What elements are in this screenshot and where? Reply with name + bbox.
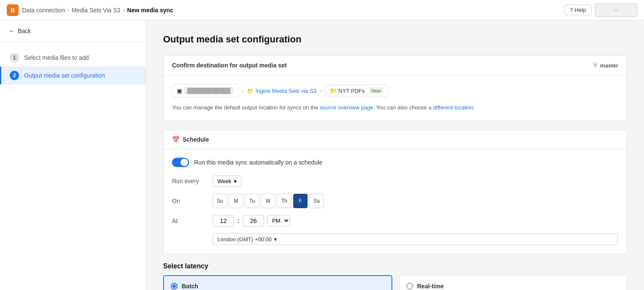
timezone-value: London (GMT) +00:00 — [217, 236, 272, 243]
latency-section: Select latency BatchReal-time — [163, 262, 627, 290]
page-title: Output media set configuration — [163, 34, 627, 45]
day-button-tu[interactable]: Tu — [245, 194, 259, 208]
breadcrumb-sep-1: › — [67, 7, 69, 13]
time-minute-input[interactable] — [243, 215, 264, 227]
master-badge: ⑂ master — [593, 61, 618, 69]
path-sep-2: › — [320, 88, 322, 94]
main-content: Output media set configuration Confirm d… — [146, 20, 644, 290]
path-sep-1: › — [242, 88, 244, 94]
info-text: You can manage the default output locati… — [172, 103, 618, 112]
ingest-media-sets-link[interactable]: Ingest Media Sets via S3 — [255, 88, 316, 94]
top-nav: B Data connection › Media Sets Via S3 › … — [0, 0, 644, 20]
at-row: At : AM PM — [172, 215, 618, 227]
chevron-down-icon-timezone: ▾ — [274, 236, 277, 243]
layout: ← Back 1 Select media files to add 2 Out… — [0, 20, 644, 290]
user-button[interactable]: ··· — [595, 3, 637, 17]
masked-source: ████████████ — [184, 87, 234, 95]
help-label: Help — [575, 7, 586, 13]
breadcrumb-data-connection[interactable]: Data connection — [22, 7, 65, 14]
different-location-link[interactable]: different location — [433, 104, 473, 111]
run-every-row: Run every Week ▾ — [172, 176, 618, 187]
folder-icon-1: 📁 — [247, 88, 254, 94]
latency-cards: BatchReal-time — [163, 275, 627, 290]
breadcrumb-sep-2: › — [123, 7, 125, 13]
latency-card-real-time[interactable]: Real-time — [399, 275, 627, 290]
schedule-card-header: Schedule — [164, 130, 627, 149]
destination-card-header: Confirm destination for output media set… — [164, 56, 627, 75]
info-text-before: You can manage the default output locati… — [172, 104, 320, 111]
latency-card-batch[interactable]: Batch — [163, 275, 392, 290]
day-button-sa[interactable]: Sa — [309, 194, 324, 208]
run-every-select[interactable]: Week ▾ — [213, 176, 242, 187]
source-icon: ▣ — [177, 87, 182, 94]
breadcrumb: Data connection › Media Sets Via S3 › Ne… — [22, 7, 173, 14]
schedule-toggle[interactable] — [172, 158, 189, 167]
sidebar: ← Back 1 Select media files to add 2 Out… — [0, 20, 146, 290]
toggle-knob — [180, 159, 188, 166]
schedule-card: Schedule Run this media sync automatical… — [163, 130, 627, 254]
day-button-m[interactable]: M — [229, 194, 243, 208]
back-button[interactable]: ← Back — [0, 20, 146, 42]
schedule-toggle-label: Run this media sync automatically on a s… — [194, 159, 322, 166]
destination-card-title: Confirm destination for output media set — [172, 62, 287, 69]
back-label: Back — [18, 28, 31, 34]
breadcrumb-media-sets[interactable]: Media Sets Via S3 — [72, 7, 120, 14]
nyt-pdfs-label: NYT PDFs — [339, 88, 365, 94]
step-label-2: Output media set configuration — [24, 72, 105, 79]
on-row: On SuMTuWThFSa — [172, 194, 618, 208]
nav-right: ? Help ··· — [564, 3, 637, 17]
help-button[interactable]: ? Help — [564, 5, 591, 15]
steps-list: 1 Select media files to add 2 Output med… — [0, 42, 146, 91]
dest-folder-link: 📁 Ingest Media Sets via S3 — [247, 88, 316, 94]
destination-path: ▣ ████████████ › 📁 Ingest Media Sets via… — [172, 84, 618, 98]
destination-card-body: ▣ ████████████ › 📁 Ingest Media Sets via… — [164, 75, 627, 121]
run-every-value: Week — [217, 178, 231, 184]
latency-label: Real-time — [417, 283, 444, 290]
chevron-down-icon: ▾ — [234, 178, 237, 184]
git-icon: ⑂ — [593, 61, 597, 69]
time-hour-input[interactable] — [213, 215, 234, 227]
schedule-header-left: Schedule — [172, 136, 209, 143]
time-separator: : — [237, 217, 239, 225]
run-every-label: Run every — [172, 178, 206, 184]
radio-empty-icon — [406, 283, 413, 290]
info-text-mid: . You can also choose a — [373, 104, 433, 111]
step-number-1: 1 — [10, 53, 19, 62]
step-item-2[interactable]: 2 Output media set configuration — [0, 67, 146, 84]
calendar-icon — [172, 136, 179, 143]
new-badge: New — [369, 88, 383, 94]
day-button-su[interactable]: Su — [213, 194, 227, 208]
time-row: : AM PM — [213, 215, 290, 227]
info-text-end: . — [473, 104, 475, 111]
breadcrumb-current: New media sync — [127, 7, 173, 14]
back-arrow-icon: ← — [8, 27, 15, 35]
at-label: At — [172, 218, 206, 224]
step-item-1[interactable]: 1 Select media files to add — [0, 49, 146, 67]
step-label-1: Select media files to add — [24, 54, 89, 61]
on-label: On — [172, 198, 206, 204]
radio-selected-icon — [171, 283, 178, 290]
help-icon: ? — [570, 7, 573, 13]
dest-nyt-box: 📁 NYT PDFs New — [325, 84, 388, 97]
schedule-title: Schedule — [183, 136, 209, 143]
timezone-select[interactable]: London (GMT) +00:00 ▾ — [213, 234, 618, 245]
days-row: SuMTuWThFSa — [213, 194, 324, 208]
schedule-toggle-row: Run this media sync automatically on a s… — [172, 158, 618, 167]
day-button-f[interactable]: F — [293, 194, 308, 208]
source-overview-link[interactable]: source overview page — [320, 104, 373, 111]
step-number-2: 2 — [10, 71, 19, 80]
destination-card: Confirm destination for output media set… — [163, 55, 627, 121]
day-button-th[interactable]: Th — [277, 194, 291, 208]
master-label: master — [600, 62, 618, 69]
dest-source-box: ▣ ████████████ — [172, 84, 239, 98]
folder-icon-2: 📁 — [330, 87, 337, 94]
day-button-w[interactable]: W — [261, 194, 275, 208]
latency-label: Batch — [182, 283, 198, 290]
radio-inner — [172, 284, 176, 288]
ampm-select[interactable]: AM PM — [267, 215, 290, 226]
schedule-card-body: Run this media sync automatically on a s… — [164, 149, 627, 254]
latency-title: Select latency — [163, 262, 627, 270]
app-icon: B — [7, 4, 19, 16]
